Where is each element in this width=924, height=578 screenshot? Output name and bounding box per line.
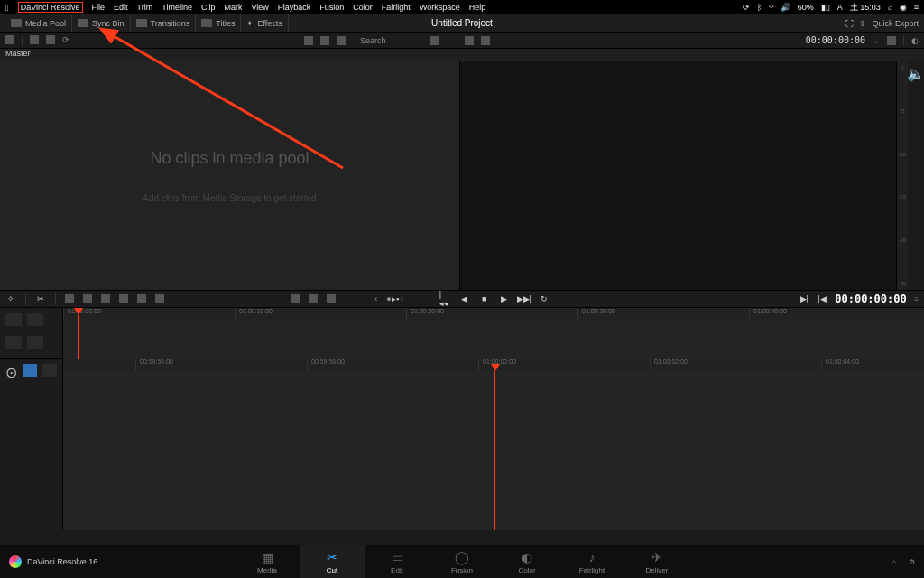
apple-menu-icon[interactable]:  xyxy=(5,3,9,13)
strip-view-icon[interactable] xyxy=(320,36,329,45)
tools-c-icon[interactable] xyxy=(327,294,336,303)
media-pool-toggle[interactable]: Media Pool xyxy=(5,14,72,32)
place-on-top-icon[interactable] xyxy=(137,294,146,303)
menu-file[interactable]: File xyxy=(92,3,106,12)
smart-insert-icon[interactable] xyxy=(65,294,74,303)
sort-icon[interactable] xyxy=(430,36,439,45)
menu-view[interactable]: View xyxy=(251,3,268,12)
menu-timeline[interactable]: Timeline xyxy=(162,3,192,12)
transport-menu-icon[interactable]: ≡ xyxy=(914,294,919,303)
new-bin-icon[interactable] xyxy=(30,35,39,44)
split-clip-icon[interactable]: ✂ xyxy=(35,294,46,304)
viewer-panel[interactable] xyxy=(460,61,897,290)
tools-b-icon[interactable] xyxy=(309,294,318,303)
menu-edit[interactable]: Edit xyxy=(114,3,128,12)
sync-icon[interactable]: ⟳ xyxy=(62,35,69,46)
jog-dot-icon[interactable]: ● xyxy=(386,294,391,303)
timeline-timecode[interactable]: 00:00:00:00 xyxy=(835,293,906,305)
prev-edit-icon[interactable]: |◀ xyxy=(817,294,827,304)
upper-playhead-icon[interactable] xyxy=(74,308,83,317)
jog-right-icon[interactable]: › xyxy=(401,294,403,303)
upper-playhead-line[interactable] xyxy=(78,315,79,359)
step-forward-icon[interactable]: ▶▶| xyxy=(519,294,530,304)
tab-color[interactable]: ◐ Color xyxy=(494,545,559,578)
menu-workspace[interactable]: Workspace xyxy=(420,3,460,12)
ripple-overwrite-icon[interactable] xyxy=(101,294,110,303)
upper-timeline-track[interactable]: 01:00:00:00 01:00:10:00 01:00:20:00 01:0… xyxy=(63,308,924,358)
jog-left-icon[interactable]: ‹ xyxy=(374,294,377,303)
thumbnail-view-icon[interactable] xyxy=(304,36,313,45)
play-icon[interactable]: ▶ xyxy=(499,294,510,304)
tab-cut[interactable]: ✂ Cut xyxy=(300,545,365,578)
project-settings-icon[interactable]: ⚙ xyxy=(909,558,915,566)
list-view-icon[interactable] xyxy=(337,36,346,45)
step-back-icon[interactable]: ◀ xyxy=(459,294,470,304)
lower-timeline-track[interactable]: 00:59:56:00 00:59:58:00 01:00:00:00 01:0… xyxy=(63,359,924,530)
menu-fusion[interactable]: Fusion xyxy=(319,3,344,12)
snap-icon[interactable]: ⊙ xyxy=(5,364,17,525)
folder-icon[interactable] xyxy=(46,35,55,44)
viewer-timecode[interactable]: 00:00:00:00 xyxy=(806,35,865,45)
input-source-icon[interactable]: A xyxy=(837,3,843,12)
track-header-d-icon[interactable] xyxy=(27,336,43,349)
marker-icon[interactable] xyxy=(23,364,37,377)
tools-a-icon[interactable] xyxy=(291,294,300,303)
volume-icon[interactable]: 🔊 xyxy=(781,3,790,12)
next-edit-icon[interactable]: ▶| xyxy=(799,294,809,304)
bluetooth-icon[interactable]: ᛒ xyxy=(757,3,762,12)
track-header-c-icon[interactable] xyxy=(5,336,22,349)
safe-area-icon[interactable]: ◐ xyxy=(911,36,919,45)
lower-playhead-icon[interactable] xyxy=(494,371,495,530)
close-up-icon[interactable] xyxy=(119,294,128,303)
append-icon[interactable] xyxy=(83,294,92,303)
viewer-menu-icon[interactable] xyxy=(887,36,896,45)
siri-icon[interactable]: ◉ xyxy=(900,3,907,12)
notification-center-icon[interactable]: ≡ xyxy=(914,3,919,12)
sync-bin-toggle[interactable]: Sync Bin xyxy=(72,14,131,32)
upper-timeline-body[interactable] xyxy=(63,321,924,359)
export-icon[interactable]: ⇪ xyxy=(859,19,866,28)
lower-timeline-body[interactable] xyxy=(63,371,924,530)
media-pool-panel[interactable]: No clips in media pool Add clips from Me… xyxy=(0,61,460,290)
speaker-icon[interactable]: 🔈 xyxy=(907,65,924,82)
stop-icon[interactable]: ■ xyxy=(479,294,490,304)
flag-icon[interactable] xyxy=(42,364,57,377)
menu-color[interactable]: Color xyxy=(353,3,373,12)
source-overwrite-icon[interactable] xyxy=(155,294,164,303)
clock[interactable]: 土 15:03 xyxy=(850,2,881,14)
menu-help[interactable]: Help xyxy=(469,3,486,12)
search-input[interactable]: Search xyxy=(360,36,423,45)
bin-path[interactable]: Master xyxy=(0,49,924,61)
tab-fairlight[interactable]: ♪ Fairlight xyxy=(559,545,624,578)
loop-icon[interactable]: ↻ xyxy=(539,294,550,304)
transitions-toggle[interactable]: Transitions xyxy=(131,14,197,32)
home-icon[interactable]: ⌂ xyxy=(892,558,896,566)
wifi-icon[interactable]: ⌔ xyxy=(769,3,773,12)
menu-trim[interactable]: Trim xyxy=(137,3,153,12)
menu-playback[interactable]: Playback xyxy=(278,3,311,12)
import-media-icon[interactable] xyxy=(5,35,14,44)
boring-detector-icon[interactable]: ✧ xyxy=(5,294,16,304)
tc-dropdown-icon[interactable]: ⌄ xyxy=(873,36,880,45)
quick-export-label[interactable]: Quick Export xyxy=(872,19,919,28)
viewer-mode-a-icon[interactable] xyxy=(465,36,474,45)
menu-fairlight[interactable]: Fairlight xyxy=(382,3,411,12)
viewer-mode-b-icon[interactable] xyxy=(481,36,490,45)
tab-edit[interactable]: ▭ Edit xyxy=(365,545,430,578)
app-menu[interactable]: DaVinci Resolve xyxy=(18,2,83,13)
menu-clip[interactable]: Clip xyxy=(201,3,216,12)
resolve-logo-icon[interactable] xyxy=(9,555,22,568)
tab-fusion[interactable]: ◯ Fusion xyxy=(430,545,494,578)
effects-toggle[interactable]: ✦ Effects xyxy=(241,14,288,32)
upper-timeline-ruler[interactable]: 01:00:00:00 01:00:10:00 01:00:20:00 01:0… xyxy=(63,308,924,321)
sync-icon[interactable]: ⟳ xyxy=(743,3,750,12)
titles-toggle[interactable]: Titles xyxy=(196,14,241,32)
tab-media[interactable]: ▦ Media xyxy=(235,545,300,578)
spotlight-icon[interactable]: ⌕ xyxy=(888,3,892,12)
track-header-a-icon[interactable] xyxy=(5,313,22,326)
tab-deliver[interactable]: ✈ Deliver xyxy=(624,545,689,578)
menu-mark[interactable]: Mark xyxy=(224,3,242,12)
go-to-start-icon[interactable]: |◂◂ xyxy=(439,294,450,304)
track-header-b-icon[interactable] xyxy=(27,313,43,326)
battery-icon[interactable]: ▮▯ xyxy=(821,3,830,12)
